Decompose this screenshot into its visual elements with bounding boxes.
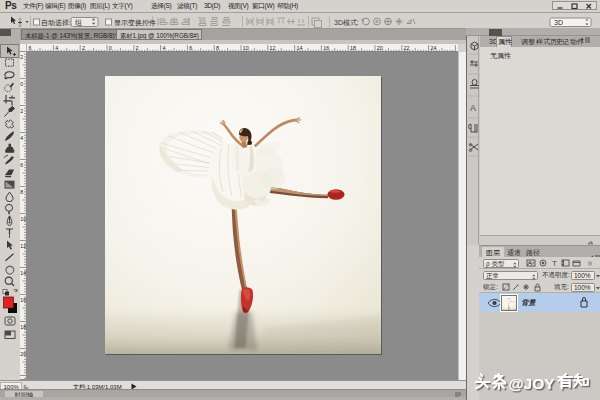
svg-text:@JOY: @JOY: [509, 375, 556, 392]
svg-text:4: 4: [55, 45, 58, 51]
svg-text:2: 2: [20, 108, 23, 114]
svg-text:8: 8: [216, 45, 219, 51]
svg-text:20: 20: [377, 45, 383, 51]
svg-text:14: 14: [20, 270, 26, 276]
svg-text:4: 4: [20, 135, 23, 141]
svg-text:0: 0: [109, 45, 112, 51]
svg-text:A: A: [470, 103, 476, 113]
svg-text:20: 20: [20, 351, 26, 357]
svg-text:16: 16: [323, 45, 329, 51]
svg-text:2: 2: [82, 45, 85, 51]
svg-text:0: 0: [20, 81, 23, 87]
svg-text:6: 6: [20, 162, 23, 168]
svg-text:18: 18: [20, 324, 26, 330]
svg-text:16: 16: [20, 297, 26, 303]
svg-text:2: 2: [20, 54, 23, 60]
svg-text:10: 10: [20, 216, 26, 222]
svg-text:12: 12: [270, 45, 276, 51]
svg-text:10: 10: [243, 45, 249, 51]
svg-text:6: 6: [189, 45, 192, 51]
svg-text:T: T: [552, 259, 557, 268]
svg-text:6: 6: [28, 45, 31, 51]
svg-text:14: 14: [296, 45, 302, 51]
svg-text:12: 12: [20, 243, 26, 249]
svg-text:4: 4: [162, 45, 165, 51]
svg-text:22: 22: [404, 45, 410, 51]
svg-text:8: 8: [20, 189, 23, 195]
svg-text:24: 24: [430, 45, 436, 51]
svg-text:2: 2: [136, 45, 139, 51]
svg-text:18: 18: [350, 45, 356, 51]
